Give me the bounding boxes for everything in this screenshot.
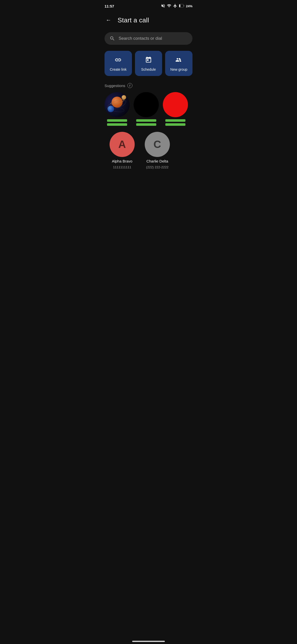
search-container: Search contacts or dial <box>105 32 192 45</box>
group-icon <box>175 56 182 65</box>
recent-item-red[interactable] <box>163 92 188 126</box>
back-arrow-icon: ← <box>106 17 111 23</box>
new-group-label: New group <box>170 67 187 71</box>
page-header: ← Start a call <box>100 11 197 30</box>
mute-icon <box>161 4 165 9</box>
calendar-icon <box>145 56 152 65</box>
contact-name-alpha: Alpha Bravo <box>112 159 132 163</box>
suggestion-contacts: A Alpha Bravo 1111111111 C Charlie Delta… <box>105 132 192 173</box>
create-link-button[interactable]: Create link <box>105 51 132 76</box>
svg-rect-1 <box>179 4 180 7</box>
svg-rect-2 <box>184 5 184 7</box>
recent-avatar-red <box>163 92 188 117</box>
search-placeholder: Search contacts or dial <box>119 36 162 41</box>
status-time: 11:57 <box>105 4 114 8</box>
contact-charlie-delta[interactable]: C Charlie Delta (222) 222-2222 <box>140 132 175 169</box>
recent-name-bars-3 <box>163 119 188 126</box>
name-bar-bottom-3 <box>165 123 185 126</box>
suggestions-label: Suggestions <box>105 84 125 88</box>
status-bar: 11:57 24% <box>100 0 197 11</box>
recent-name-bars-2 <box>134 119 159 126</box>
recent-contacts-row <box>105 92 192 126</box>
avatar-charlie-delta: C <box>145 132 170 157</box>
wifi-icon <box>167 4 171 9</box>
recent-item-black[interactable] <box>134 92 159 126</box>
contact-number-charlie: (222) 222-2222 <box>146 165 169 169</box>
suggestions-info-icon[interactable]: i <box>127 83 132 88</box>
name-bar-bottom-2 <box>136 123 156 126</box>
name-bar-top-3 <box>165 119 185 122</box>
contact-number-alpha: 1111111111 <box>113 165 131 169</box>
contact-name-charlie: Charlie Delta <box>146 159 168 163</box>
back-button[interactable]: ← <box>104 15 114 25</box>
recent-name-bars-1 <box>105 119 130 126</box>
create-link-label: Create link <box>110 67 127 71</box>
contact-alpha-bravo[interactable]: A Alpha Bravo 1111111111 <box>105 132 140 169</box>
name-bar-bottom <box>107 123 127 126</box>
recent-item-planets[interactable] <box>105 92 130 126</box>
status-icons: 24% <box>161 4 192 9</box>
search-icon <box>110 36 115 41</box>
action-buttons: Create link Schedule New group <box>105 51 192 76</box>
recent-avatar-black <box>134 92 159 117</box>
recent-avatar-planets <box>105 92 130 117</box>
search-bar[interactable]: Search contacts or dial <box>105 32 192 45</box>
new-group-button[interactable]: New group <box>165 51 192 76</box>
battery-percent: 24% <box>186 4 192 8</box>
name-bar-top <box>107 119 127 122</box>
schedule-label: Schedule <box>141 67 156 71</box>
suggestions-header: Suggestions i <box>105 83 192 88</box>
link-icon <box>115 56 122 65</box>
page-title: Start a call <box>118 16 149 24</box>
name-bar-top-2 <box>136 119 156 122</box>
avatar-alpha-bravo: A <box>110 132 135 157</box>
battery-icon <box>179 4 184 8</box>
schedule-button[interactable]: Schedule <box>135 51 162 76</box>
airplane-icon <box>173 4 177 9</box>
